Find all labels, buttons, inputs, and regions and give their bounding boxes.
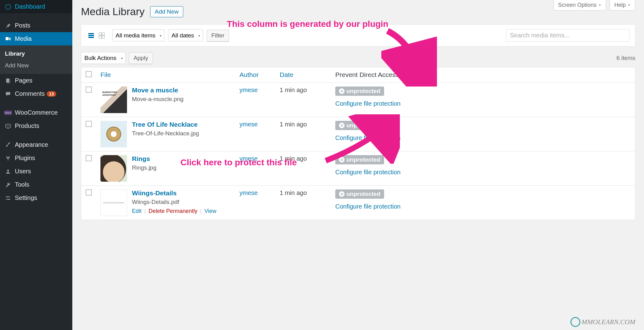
menu-media[interactable]: Media [0,32,72,45]
screen-options-label: Screen Options [558,2,596,8]
media-submenu: Library Add New [0,45,72,74]
thumbnail[interactable] [100,189,127,216]
col-header-file[interactable]: File [96,67,235,83]
grid-view-icon[interactable] [97,31,106,40]
row-checkbox[interactable] [86,189,92,196]
filter-button[interactable]: Filter [207,30,229,41]
list-view-icon[interactable] [87,31,95,40]
menu-label: Media [15,35,32,42]
menu-settings[interactable]: Settings [0,191,72,205]
media-icon [4,36,12,42]
svg-point-9 [7,196,8,197]
protection-status-badge: ✕unprotected [335,87,384,96]
menu-label: Products [15,122,39,129]
file-name: Tree-Of-Life-Necklace.jpg [132,130,199,137]
media-type-filter[interactable]: All media items [112,29,164,41]
thumbnail[interactable] [100,87,127,113]
watermark: MMOLEARN.COM [570,317,635,327]
file-title-link[interactable]: Move a muscle [132,87,178,94]
menu-label: Pages [15,77,32,84]
screen-options-tab[interactable]: Screen Options ▼ [553,0,606,11]
menu-label: Users [15,168,31,175]
search-input[interactable] [506,29,629,42]
menu-users[interactable]: Users [0,165,72,178]
menu-plugins[interactable]: Plugins [0,151,72,165]
dashboard-icon [4,4,12,10]
bulk-actions-select[interactable]: Bulk Actions [81,52,126,64]
configure-protection-link[interactable]: Configure file protection [335,134,631,142]
file-title-link[interactable]: Wiings-Details [132,189,177,197]
close-icon: ✕ [339,191,345,197]
table-row: Tree Of Life Necklace Tree-Of-Life-Neckl… [81,117,635,151]
filter-bar: All media items All dates Filter [81,24,635,46]
svg-point-4 [7,170,9,171]
date-filter[interactable]: All dates [168,29,203,41]
file-title-link[interactable]: Rings [132,155,150,162]
view-link[interactable]: View [205,208,217,214]
submenu-library[interactable]: Library [0,48,72,60]
table-row: Rings Rings.jpg ymese 1 min ago ✕unprote… [81,151,635,186]
settings-icon [4,195,12,201]
author-link[interactable]: ymese [239,87,258,93]
menu-appearance[interactable]: Appearance [0,138,72,151]
file-name: Move-a-muscle.png [132,96,184,103]
delete-link[interactable]: Delete Permanently [149,208,197,214]
svg-point-10 [8,199,10,200]
row-checkbox[interactable] [86,155,92,161]
col-header-date[interactable]: Date [275,67,331,83]
menu-label: Posts [15,22,30,29]
col-header-author[interactable]: Author [235,67,275,83]
select-all-checkbox[interactable] [86,71,92,77]
comments-badge: 13 [47,91,57,97]
configure-protection-link[interactable]: Configure file protection [335,100,631,107]
help-tab[interactable]: Help ▼ [610,0,635,11]
menu-woocommerce[interactable]: Woo WooCommerce [0,106,72,119]
help-label: Help [614,2,626,8]
media-table: File Author Date Prevent Direct Access M… [81,67,635,220]
menu-posts[interactable]: Posts [0,19,72,32]
row-checkbox[interactable] [86,87,92,93]
author-link[interactable]: ymese [239,155,258,162]
menu-comments[interactable]: Comments 13 [0,87,72,100]
author-link[interactable]: ymese [239,121,258,128]
menu-products[interactable]: Products [0,119,72,133]
svg-rect-11 [88,33,94,34]
chevron-down-icon: ▼ [628,3,631,7]
comments-icon [4,91,12,97]
svg-rect-16 [99,36,101,38]
protection-status-badge: ✕unprotected [335,189,384,199]
products-icon [4,123,12,129]
menu-label: Plugins [15,154,35,162]
file-title-link[interactable]: Tree Of Life Necklace [132,121,197,128]
menu-label: WooCommerce [15,109,58,116]
menu-label: Comments [15,90,45,97]
protection-status-badge: ✕unprotected [335,121,384,130]
watermark-logo-icon [570,317,580,327]
thumbnail[interactable] [100,155,127,182]
protection-status-badge: ✕unprotected [335,155,384,164]
edit-link[interactable]: Edit [132,208,142,214]
users-icon [4,168,12,175]
author-link[interactable]: ymese [239,189,258,196]
thumbnail[interactable] [100,121,127,147]
plugins-icon [4,155,12,161]
svg-rect-14 [99,33,101,35]
menu-label: Settings [15,194,37,201]
close-icon: ✕ [339,88,345,94]
row-checkbox[interactable] [86,121,92,127]
apply-button[interactable]: Apply [129,52,153,64]
configure-protection-link[interactable]: Configure file protection [335,203,631,210]
date-text: 1 min ago [280,121,307,128]
close-icon: ✕ [339,123,345,128]
menu-dashboard[interactable]: Dashboard [0,0,72,13]
table-row: Wiings-Details Wiings-Details.pdf Edit |… [81,186,635,220]
close-icon: ✕ [339,157,345,163]
woo-icon: Woo [4,111,12,115]
table-row: Move a muscle Move-a-muscle.png ymese 1 … [81,83,635,117]
menu-pages[interactable]: Pages [0,74,72,87]
add-new-button[interactable]: Add New [150,6,183,17]
configure-protection-link[interactable]: Configure file protection [335,169,631,176]
submenu-addnew[interactable]: Add New [0,60,72,71]
svg-rect-12 [88,35,94,36]
menu-tools[interactable]: Tools [0,178,72,191]
